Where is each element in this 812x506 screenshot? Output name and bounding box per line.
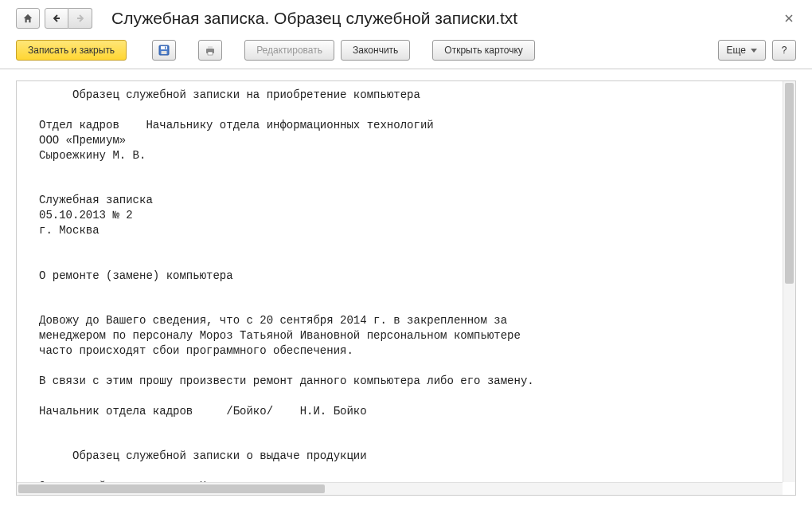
home-icon — [22, 13, 33, 24]
finish-button[interactable]: Закончить — [341, 40, 410, 61]
edit-button[interactable]: Редактировать — [244, 40, 334, 61]
document-viewer: Образец служебной записки на приобретени… — [16, 80, 796, 496]
document-text[interactable]: Образец служебной записки на приобретени… — [17, 81, 795, 495]
close-icon — [784, 14, 794, 23]
svg-rect-3 — [162, 51, 167, 54]
save-and-close-button[interactable]: Записать и закрыть — [16, 40, 127, 61]
open-card-button[interactable]: Открыть карточку — [432, 40, 534, 61]
svg-rect-6 — [208, 52, 213, 55]
more-button[interactable]: Еще — [718, 40, 766, 61]
forward-button[interactable] — [68, 8, 92, 29]
chevron-down-icon — [751, 49, 757, 53]
svg-rect-1 — [161, 46, 167, 49]
horizontal-scroll-thumb[interactable] — [18, 484, 325, 493]
back-button[interactable] — [45, 8, 68, 29]
floppy-disk-icon — [158, 44, 170, 57]
header: Служебная записка. Образец служебной зап… — [0, 0, 812, 35]
print-button[interactable] — [198, 40, 222, 61]
home-button[interactable] — [16, 8, 40, 29]
svg-rect-2 — [165, 47, 166, 49]
close-button[interactable] — [782, 11, 796, 25]
toolbar: Записать и закрыть Редактировать Закончи… — [0, 35, 812, 69]
save-button[interactable] — [152, 40, 176, 61]
arrow-left-icon — [52, 14, 61, 23]
printer-icon — [204, 44, 217, 57]
help-button[interactable]: ? — [772, 40, 796, 61]
content-area: Образец служебной записки на приобретени… — [0, 69, 812, 496]
svg-rect-5 — [208, 46, 213, 49]
vertical-scroll-thumb[interactable] — [785, 83, 794, 284]
arrow-right-icon — [76, 14, 85, 23]
more-label: Еще — [727, 45, 746, 56]
horizontal-scrollbar[interactable] — [17, 482, 783, 495]
vertical-scrollbar[interactable] — [783, 81, 795, 482]
page-title: Служебная записка. Образец служебной зап… — [111, 9, 796, 28]
nav-group — [16, 8, 92, 29]
